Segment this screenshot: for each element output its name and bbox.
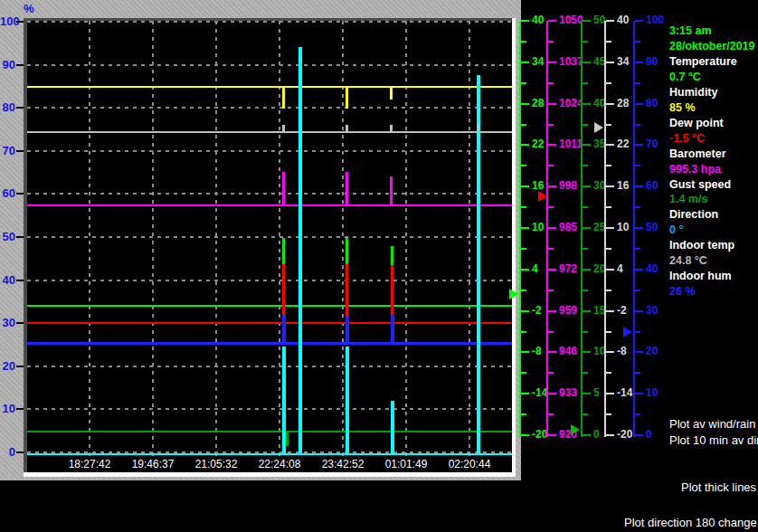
humidity-spike [282,86,285,109]
indoor_temp-spike [390,125,393,132]
clock-time: 3:15 am [669,24,712,37]
wind-axis-label: 0 [593,428,600,441]
temperature-axis-minor-tick [521,206,526,208]
temperature-axis-major-tick [521,185,529,187]
indoor_hum-spike [391,315,394,344]
temperature-axis-minor-tick [521,124,526,126]
indoor_hum-line [27,342,512,345]
temperature-axis-minor-tick [521,248,526,250]
wind-axis-major-tick [583,351,591,353]
percent-tick-label: 60 [0,186,15,200]
indoor-temp-axis-minor-tick [606,290,611,291]
time-axis-label: 02:20:44 [431,458,507,470]
humidity-axis-label: 100 [646,14,664,26]
temperature-axis-major-tick [521,20,529,22]
plot-border-right [512,18,516,477]
percent-tick-label: 0 [0,445,15,459]
wind_avg-line [27,431,512,432]
temperature-axis-label: 40 [532,14,544,26]
barometer-axis-minor-tick [548,248,554,250]
humidity-axis-major-tick [635,310,643,312]
rain-spike [346,347,349,453]
humidity-axis-label: 70 [646,138,658,150]
humidity-axis-minor-tick [635,124,640,126]
wind-axis-minor-tick [583,82,588,84]
barometer-axis-minor-tick [548,206,554,208]
barometer-axis-minor-tick [548,413,554,415]
percent-tick-label: 50 [0,230,15,243]
percent-tick-label: 100 [0,14,15,28]
percent-axis-unit: % [24,2,34,15]
wind-axis-label: 5 [593,386,600,399]
plot-border-bottom [24,472,516,477]
indoor-temp-axis-label: -14 [617,386,632,399]
humidity-spike [346,86,348,109]
barometer-axis-label: 985 [559,221,577,233]
humidity-axis-minor-tick [635,413,640,415]
barometer-axis-major-tick [548,310,556,312]
indoor-temp-axis-minor-tick [606,413,611,415]
dew-point-label: Dew point [669,117,724,129]
rain-spike [298,47,302,453]
barometer-axis-major-tick [548,62,556,63]
humidity-axis-label: 20 [646,345,658,357]
barometer-axis-label: 1011 [559,138,583,150]
humidity-label: Humidity [669,86,717,99]
indoor-temp-axis-label: 10 [617,221,629,233]
temperature-axis-label: -2 [532,304,542,317]
temperature-axis-label: 10 [532,221,544,233]
temperature-spike [391,246,393,265]
wind-axis-minor-tick [583,372,588,374]
indoor-temp-axis-label: 40 [617,14,629,26]
wind-axis-major-tick [583,393,591,394]
indoor_temp-spike [346,125,348,132]
temperature-axis-minor-tick [521,372,526,374]
humidity-axis-minor-tick [635,82,640,84]
indoor-temp-axis-minor-tick [606,124,611,126]
wind-axis-minor-tick [583,165,588,166]
date: 28/oktober/2019 [669,40,755,52]
indoor-hum-label: Indoor hum [669,270,732,282]
barometer-spike [282,172,285,205]
humidity-axis-minor-tick [635,248,640,250]
percent-tick-label: 70 [0,144,15,157]
humidity-axis-major-tick [635,144,643,146]
barometer-axis-label: 1037 [559,55,583,68]
indoor_hum-spike [282,315,286,344]
indoor_temp-spike [477,125,479,132]
wind-axis-minor-tick [583,290,588,291]
barometer-axis-label: 1024 [559,97,583,109]
indoor-temp-axis-minor-tick [606,41,611,43]
indoor-temp-axis-major-tick [606,434,614,436]
barometer-axis-major-tick [548,269,556,271]
humidity-axis-label: 10 [646,386,658,399]
indoor-temp-axis-major-tick [606,269,614,271]
horizontal-gridline [27,366,512,367]
temperature-axis-label: 34 [532,55,544,68]
direction-value: 0 ° [669,223,683,236]
percent-tick-label: 40 [0,273,15,287]
gust-speed-value: 1.4 m/s [669,193,707,205]
humidity-axis-minor-tick [635,206,640,208]
barometer-axis-major-tick [548,185,556,187]
temperature-axis-major-tick [521,227,529,229]
indoor-temp-axis-label: 16 [617,179,629,192]
indoor-temp-axis-minor-tick [606,206,611,208]
plot-10min-av-dir-label: Plot 10 min av dir [669,433,758,447]
dew_point-spike [391,265,393,315]
indoor-temp-axis-minor-tick [606,165,611,166]
percent-tick-label: 90 [0,58,15,71]
wind-axis-minor-tick [583,124,588,126]
barometer-axis-minor-tick [548,290,554,291]
humidity-axis-minor-tick [635,331,640,333]
direction-label: Direction [669,208,718,221]
indoor-temp-axis-label: 22 [617,138,629,150]
barometer-axis-label: 946 [559,345,577,357]
indoor-temp-value: 24.8 °C [669,254,707,267]
humidity-axis-label: 80 [646,97,658,109]
barometer-axis-minor-tick [548,124,554,126]
indoor-temp-axis-major-tick [606,227,614,229]
indoor-temp-axis-label: 4 [617,262,623,275]
barometer-axis-major-tick [548,227,556,229]
wind_avg-spike [286,431,289,446]
